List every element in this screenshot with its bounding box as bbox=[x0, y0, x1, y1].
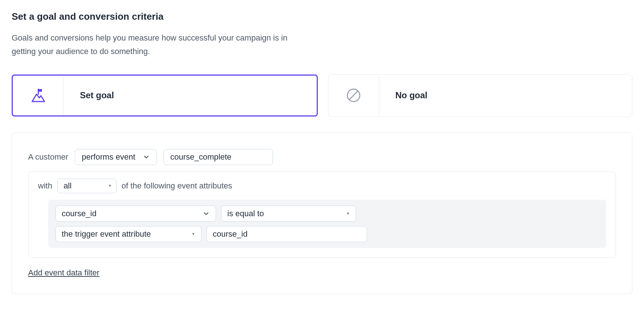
attribute-field-value: course_id bbox=[62, 209, 96, 218]
with-mode-value: all bbox=[63, 181, 72, 191]
svg-line-3 bbox=[349, 91, 358, 100]
add-event-data-filter-link[interactable]: Add event data filter bbox=[28, 268, 100, 278]
chevron-down-icon bbox=[143, 153, 150, 161]
attribute-value-input[interactable]: course_id bbox=[207, 226, 367, 242]
no-goal-label: No goal bbox=[379, 90, 632, 100]
criteria-leading-text: A customer bbox=[28, 152, 68, 162]
with-label: with bbox=[38, 181, 52, 191]
action-select[interactable]: performs event bbox=[75, 149, 157, 165]
caret-down-icon: ▼ bbox=[192, 232, 195, 236]
chevron-down-icon bbox=[203, 210, 210, 217]
svg-rect-1 bbox=[38, 89, 42, 92]
event-name-input[interactable]: course_complete bbox=[163, 149, 273, 165]
attribute-operator-value: is equal to bbox=[227, 209, 264, 218]
event-attributes-box: with all ▼ of the following event attrib… bbox=[28, 172, 616, 258]
attribute-row-2: the trigger event attribute ▼ course_id bbox=[55, 226, 599, 242]
event-name-value: course_complete bbox=[170, 152, 232, 162]
caret-down-icon: ▼ bbox=[346, 211, 350, 215]
page-description: Goals and conversions help you measure h… bbox=[12, 31, 311, 58]
mountain-flag-icon bbox=[13, 76, 64, 115]
no-goal-icon bbox=[328, 75, 379, 116]
attribute-filter-block: course_id is equal to ▼ the trigger even… bbox=[48, 200, 606, 248]
with-row: with all ▼ of the following event attrib… bbox=[38, 179, 606, 193]
attribute-field-select[interactable]: course_id bbox=[55, 206, 216, 222]
attribute-row-1: course_id is equal to ▼ bbox=[55, 206, 599, 222]
set-goal-label: Set goal bbox=[64, 90, 317, 100]
attribute-value-text: course_id bbox=[213, 229, 247, 238]
caret-down-icon: ▼ bbox=[108, 184, 112, 188]
with-mode-select[interactable]: all ▼ bbox=[57, 179, 116, 193]
criteria-top-row: A customer performs event course_complet… bbox=[28, 149, 616, 165]
attribute-operator-select[interactable]: is equal to ▼ bbox=[221, 206, 356, 222]
set-goal-card[interactable]: Set goal bbox=[12, 75, 318, 117]
criteria-panel: A customer performs event course_complet… bbox=[12, 133, 632, 294]
with-trailing-text: of the following event attributes bbox=[122, 181, 232, 191]
page-title: Set a goal and conversion criteria bbox=[12, 11, 632, 22]
attribute-source-value: the trigger event attribute bbox=[62, 229, 151, 239]
no-goal-card[interactable]: No goal bbox=[328, 75, 633, 117]
action-select-value: performs event bbox=[82, 152, 135, 162]
attribute-source-select[interactable]: the trigger event attribute ▼ bbox=[55, 226, 201, 242]
goal-cards-row: Set goal No goal bbox=[12, 75, 632, 117]
